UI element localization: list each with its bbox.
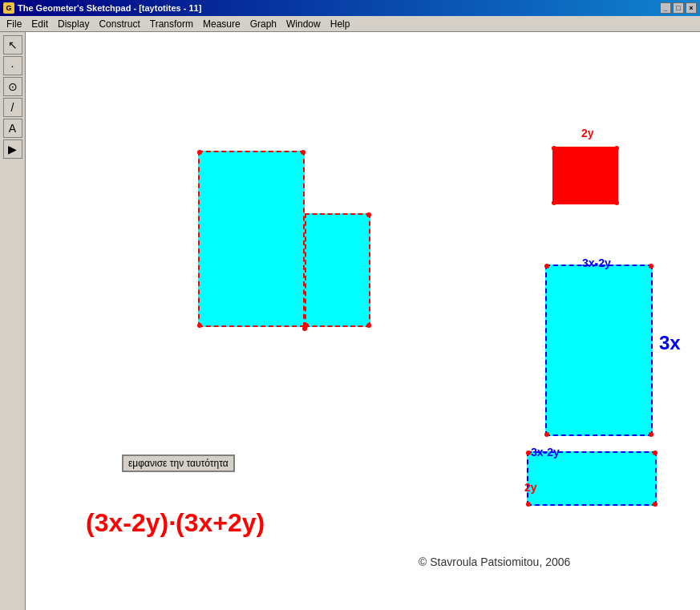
menu-measure[interactable]: Measure (198, 18, 245, 30)
dot-bl (197, 323, 202, 328)
dot-ct-tl (544, 264, 549, 269)
menubar: File Edit Display Construct Transform Me… (0, 16, 700, 32)
menu-graph[interactable]: Graph (245, 18, 281, 30)
menu-window[interactable]: Window (281, 18, 326, 30)
shape-large-bottom (305, 213, 370, 327)
menu-transform[interactable]: Transform (145, 18, 198, 30)
window-controls[interactable]: _ □ × (660, 2, 697, 14)
dot-ct-tr (649, 264, 653, 269)
dot-tr2 (366, 212, 371, 217)
dot-red-bl (552, 200, 556, 205)
dot-tl (197, 150, 202, 155)
select-tool[interactable]: ↖ (3, 35, 22, 55)
close-button[interactable]: × (686, 2, 697, 14)
canvas: 2y 3x-2y 3x 3x-2y 2y εμφανισε την ταυτότ… (26, 32, 700, 610)
line-tool[interactable]: / (3, 98, 22, 117)
app-icon: G (3, 2, 14, 14)
shape-red-square (552, 147, 618, 204)
dot-cs-br (653, 502, 658, 507)
dot-ct-bl (544, 432, 549, 437)
titlebar: G The Geometer's Sketchpad - [taytotites… (0, 0, 700, 16)
dot-cs-bl (526, 502, 531, 507)
text-tool[interactable]: A (3, 119, 22, 138)
dot-tr (301, 150, 305, 155)
toolbar: ↖ · ⊙ / A ▶ (0, 32, 26, 610)
shape-cyan-small (527, 451, 657, 506)
dot-red-tl (552, 146, 556, 151)
compass-tool[interactable]: ⊙ (3, 77, 22, 96)
dot-shared (302, 326, 307, 331)
copyright-text: © Stavroula Patsiomitou, 2006 (419, 555, 570, 568)
custom-tool[interactable]: ▶ (3, 139, 22, 159)
dot-cs-tr (653, 450, 658, 455)
menu-display[interactable]: Display (53, 18, 94, 30)
dot-ct-br (649, 432, 653, 437)
shape-cyan-tall (545, 265, 653, 436)
point-tool[interactable]: · (3, 56, 22, 75)
label-2y-top: 2y (581, 127, 594, 139)
menu-construct[interactable]: Construct (94, 18, 144, 30)
menu-edit[interactable]: Edit (26, 18, 53, 30)
dot-red-br (614, 200, 619, 205)
label-3x-2y-top: 3x-2y (582, 257, 611, 269)
label-2y-bottom: 2y (524, 481, 537, 494)
menu-help[interactable]: Help (326, 18, 355, 30)
dot-red-tr (614, 146, 619, 151)
label-3x-right: 3x (659, 332, 681, 354)
main-area: ↖ · ⊙ / A ▶ (0, 32, 700, 610)
maximize-button[interactable]: □ (673, 2, 684, 14)
menu-file[interactable]: File (2, 18, 26, 30)
title-text: The Geometer's Sketchpad - [taytotites -… (18, 3, 201, 13)
formula-display: (3x-2y)·(3x+2y) (86, 508, 265, 538)
minimize-button[interactable]: _ (660, 2, 671, 14)
shape-large-top (198, 151, 305, 327)
dot-br2 (366, 323, 371, 328)
show-identity-button[interactable]: εμφανισε την ταυτότητα (122, 454, 235, 472)
label-3x-2y-bottom: 3x-2y (531, 446, 560, 459)
